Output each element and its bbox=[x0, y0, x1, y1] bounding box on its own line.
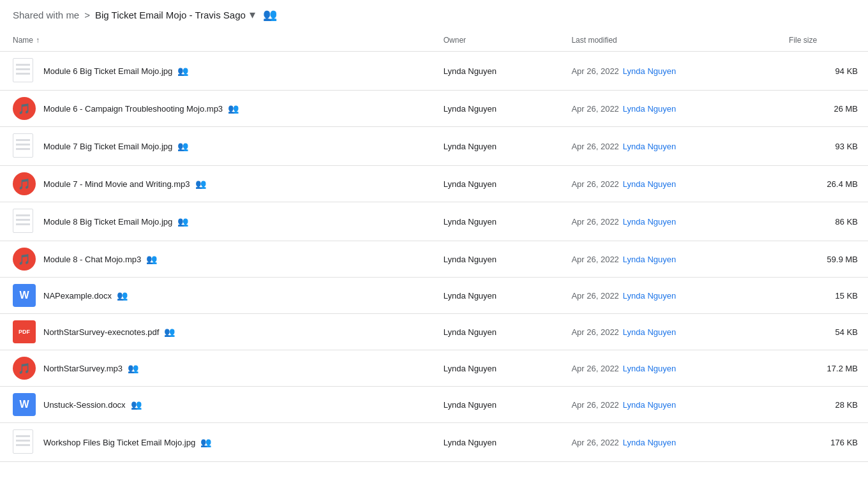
owner-cell: Lynda Nguyen bbox=[433, 52, 562, 91]
file-name-text: NorthStarSurvey-execnotes.pdf bbox=[43, 327, 159, 337]
file-name-cell: W Unstuck-Session.docx 👥 bbox=[0, 387, 433, 423]
file-name-text: NorthStarSurvey.mp3 bbox=[43, 364, 123, 373]
modified-cell: Apr 26, 2022 Lynda Nguyen bbox=[561, 350, 779, 387]
owner-cell: Lynda Nguyen bbox=[433, 350, 562, 387]
table-row[interactable]: PDF NorthStarSurvey-execnotes.pdf 👥 Lynd… bbox=[0, 314, 868, 350]
table-header-row: Name↑ Owner Last modified File size bbox=[0, 29, 868, 52]
modified-cell: Apr 26, 2022 Lynda Nguyen bbox=[561, 387, 779, 423]
file-name-text: Workshop Files Big Ticket Email Mojo.jpg bbox=[43, 438, 195, 447]
modified-by: Lynda Nguyen bbox=[623, 66, 676, 76]
modified-cell: Apr 26, 2022 Lynda Nguyen bbox=[561, 278, 779, 314]
owner-cell: Lynda Nguyen bbox=[433, 278, 562, 314]
file-size-cell: 176 KB bbox=[779, 423, 868, 462]
table-row[interactable]: W NAPexample.docx 👥 Lynda Nguyen Apr 26,… bbox=[0, 278, 868, 314]
modified-cell: Apr 26, 2022 Lynda Nguyen bbox=[561, 91, 779, 127]
breadcrumb-separator: > bbox=[84, 10, 90, 20]
file-name-cell: 🎵 Module 6 - Campaign Troubleshooting Mo… bbox=[0, 91, 433, 127]
mp3-icon: 🎵 bbox=[13, 172, 36, 195]
mp3-icon: 🎵 bbox=[13, 248, 36, 271]
modified-by: Lynda Nguyen bbox=[623, 142, 676, 151]
modified-by: Lynda Nguyen bbox=[623, 438, 676, 447]
shared-icon: 👥 bbox=[164, 327, 175, 337]
modified-by: Lynda Nguyen bbox=[623, 217, 676, 227]
breadcrumb-shared-with-me[interactable]: Shared with me bbox=[13, 10, 79, 20]
modified-date: Apr 26, 2022 bbox=[571, 255, 618, 264]
jpg-icon bbox=[13, 58, 36, 84]
modified-date: Apr 26, 2022 bbox=[571, 364, 618, 373]
table-row[interactable]: Module 7 Big Ticket Email Mojo.jpg 👥 Lyn… bbox=[0, 127, 868, 166]
owner-column-header[interactable]: Owner bbox=[433, 29, 562, 52]
file-name-text: Module 6 - Campaign Troubleshooting Mojo… bbox=[43, 104, 223, 114]
shared-icon: 👥 bbox=[228, 103, 239, 114]
file-name-cell: Workshop Files Big Ticket Email Mojo.jpg… bbox=[0, 423, 433, 462]
owner-cell: Lynda Nguyen bbox=[433, 314, 562, 350]
shared-icon: 👥 bbox=[200, 437, 211, 447]
shared-icon: 👥 bbox=[177, 216, 188, 227]
file-size-cell: 93 KB bbox=[779, 127, 868, 166]
table-row[interactable]: Workshop Files Big Ticket Email Mojo.jpg… bbox=[0, 423, 868, 462]
modified-cell: Apr 26, 2022 Lynda Nguyen bbox=[561, 166, 779, 202]
modified-by: Lynda Nguyen bbox=[623, 255, 676, 264]
modified-column-header[interactable]: Last modified bbox=[561, 29, 779, 52]
modified-by: Lynda Nguyen bbox=[623, 291, 676, 301]
table-row[interactable]: W Unstuck-Session.docx 👥 Lynda Nguyen Ap… bbox=[0, 387, 868, 423]
owner-cell: Lynda Nguyen bbox=[433, 387, 562, 423]
modified-date: Apr 26, 2022 bbox=[571, 400, 618, 410]
table-row[interactable]: Module 6 Big Ticket Email Mojo.jpg 👥 Lyn… bbox=[0, 52, 868, 91]
shared-icon: 👥 bbox=[117, 290, 128, 301]
modified-by: Lynda Nguyen bbox=[623, 179, 676, 189]
modified-cell: Apr 26, 2022 Lynda Nguyen bbox=[561, 52, 779, 91]
file-name-cell: 🎵 Module 7 - Mind Movie and Writing.mp3 … bbox=[0, 166, 433, 202]
table-row[interactable]: 🎵 NorthStarSurvey.mp3 👥 Lynda Nguyen Apr… bbox=[0, 350, 868, 387]
file-name-cell: Module 6 Big Ticket Email Mojo.jpg 👥 bbox=[0, 52, 433, 91]
modified-by: Lynda Nguyen bbox=[623, 400, 676, 410]
modified-cell: Apr 26, 2022 Lynda Nguyen bbox=[561, 423, 779, 462]
table-row[interactable]: 🎵 Module 8 - Chat Mojo.mp3 👥 Lynda Nguye… bbox=[0, 241, 868, 278]
table-row[interactable]: 🎵 Module 6 - Campaign Troubleshooting Mo… bbox=[0, 91, 868, 127]
file-name-text: NAPexample.docx bbox=[43, 291, 112, 301]
file-name-text: Module 8 Big Ticket Email Mojo.jpg bbox=[43, 217, 172, 227]
folder-dropdown-chevron[interactable]: ▾ bbox=[250, 8, 255, 22]
modified-date: Apr 26, 2022 bbox=[571, 291, 618, 301]
modified-date: Apr 26, 2022 bbox=[571, 66, 618, 76]
modified-date: Apr 26, 2022 bbox=[571, 438, 618, 447]
file-name-cell: W NAPexample.docx 👥 bbox=[0, 278, 433, 314]
owner-cell: Lynda Nguyen bbox=[433, 166, 562, 202]
file-name-cell: 🎵 NorthStarSurvey.mp3 👥 bbox=[0, 350, 433, 387]
file-size-cell: 26 MB bbox=[779, 91, 868, 127]
file-size-cell: 17.2 MB bbox=[779, 350, 868, 387]
modified-by: Lynda Nguyen bbox=[623, 104, 676, 114]
shared-icon: 👥 bbox=[177, 66, 188, 76]
shared-icon: 👥 bbox=[128, 363, 138, 373]
shared-icon: 👥 bbox=[177, 141, 188, 151]
file-size-cell: 94 KB bbox=[779, 52, 868, 91]
file-name-cell: Module 8 Big Ticket Email Mojo.jpg 👥 bbox=[0, 202, 433, 241]
file-size-cell: 28 KB bbox=[779, 387, 868, 423]
modified-cell: Apr 26, 2022 Lynda Nguyen bbox=[561, 241, 779, 278]
breadcrumb-current-folder[interactable]: Big Ticket Email Mojo - Travis Sago ▾ bbox=[95, 8, 255, 22]
docx-icon: W bbox=[13, 393, 36, 416]
file-name-cell: Module 7 Big Ticket Email Mojo.jpg 👥 bbox=[0, 127, 433, 166]
size-column-header[interactable]: File size bbox=[779, 29, 868, 52]
mp3-icon: 🎵 bbox=[13, 97, 36, 120]
breadcrumb: Shared with me > Big Ticket Email Mojo -… bbox=[0, 0, 868, 29]
modified-date: Apr 26, 2022 bbox=[571, 142, 618, 151]
modified-date: Apr 26, 2022 bbox=[571, 327, 618, 337]
file-name-text: Module 8 - Chat Mojo.mp3 bbox=[43, 255, 141, 264]
file-size-cell: 15 KB bbox=[779, 278, 868, 314]
file-name-text: Module 7 - Mind Movie and Writing.mp3 bbox=[43, 179, 190, 189]
file-size-cell: 86 KB bbox=[779, 202, 868, 241]
modified-date: Apr 26, 2022 bbox=[571, 104, 618, 114]
file-size-cell: 26.4 MB bbox=[779, 166, 868, 202]
docx-icon: W bbox=[13, 284, 36, 307]
file-size-cell: 59.9 MB bbox=[779, 241, 868, 278]
table-row[interactable]: Module 8 Big Ticket Email Mojo.jpg 👥 Lyn… bbox=[0, 202, 868, 241]
modified-by: Lynda Nguyen bbox=[623, 364, 676, 373]
table-row[interactable]: 🎵 Module 7 - Mind Movie and Writing.mp3 … bbox=[0, 166, 868, 202]
modified-cell: Apr 26, 2022 Lynda Nguyen bbox=[561, 202, 779, 241]
name-column-header[interactable]: Name↑ bbox=[0, 29, 433, 52]
owner-cell: Lynda Nguyen bbox=[433, 91, 562, 127]
pdf-icon: PDF bbox=[13, 320, 36, 343]
sort-arrow-icon: ↑ bbox=[36, 36, 40, 45]
owner-cell: Lynda Nguyen bbox=[433, 241, 562, 278]
